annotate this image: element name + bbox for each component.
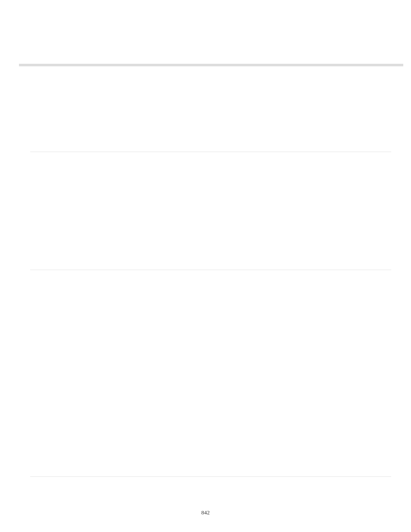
header-bar	[19, 64, 403, 66]
section-divider	[30, 152, 391, 152]
page-number: 842	[0, 509, 411, 516]
section-divider	[30, 476, 391, 477]
section-divider	[30, 270, 391, 270]
